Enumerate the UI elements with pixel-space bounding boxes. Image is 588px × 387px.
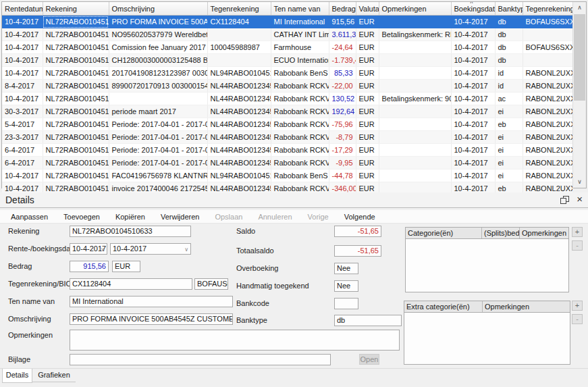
- bankcode-field[interactable]: [334, 298, 358, 309]
- table-cell[interactable]: Rabobank RCKV: [271, 105, 329, 118]
- table-cell[interactable]: BOFAUS6SXXX: [523, 41, 572, 54]
- overboeking-field[interactable]: Nee: [334, 263, 358, 274]
- table-cell[interactable]: NO956020537979 Wereldbetaling...: [109, 28, 207, 41]
- table-cell[interactable]: NL72RABO0104510633: [43, 41, 109, 54]
- table-row[interactable]: 30-3-2017NL72RABO0104510633periode maart…: [2, 105, 572, 118]
- scroll-down-icon[interactable]: ∨: [573, 176, 586, 188]
- table-cell[interactable]: [379, 157, 451, 170]
- table-cell[interactable]: 10-4-2017: [2, 41, 43, 54]
- table-cell[interactable]: db: [495, 28, 523, 41]
- table-cell[interactable]: NL44RABO0123456789: [207, 80, 271, 93]
- table-cell[interactable]: Periode: 2017-04-01 - 2017-07-01: [109, 118, 207, 131]
- omschrijving-field[interactable]: PRO FORMA INVOICE 500AB4545Z CUSTOMER NO…: [70, 313, 233, 325]
- table-cell[interactable]: 10-4-2017: [2, 54, 43, 67]
- rekening-field[interactable]: NL72RABO0104510633: [70, 226, 191, 237]
- extra-opmerkingen-col-header[interactable]: Opmerkingen: [483, 301, 570, 312]
- table-cell[interactable]: db: [495, 41, 523, 54]
- table-cell[interactable]: -8,79: [329, 131, 356, 144]
- table-cell[interactable]: PRO FORMA INVOICE 500AB4545...: [109, 16, 207, 28]
- table-cell[interactable]: [207, 28, 271, 41]
- table-cell[interactable]: EUR: [356, 28, 379, 41]
- table-row[interactable]: 10-4-2017NL72RABO0104510633FAC0419675697…: [2, 170, 572, 182]
- table-cell[interactable]: 6-4-2017: [2, 144, 43, 157]
- table-cell[interactable]: 10-4-2017: [451, 80, 495, 93]
- table-cell[interactable]: 10-4-2017: [451, 93, 495, 105]
- table-cell[interactable]: 10-4-2017: [451, 28, 495, 41]
- table-cell[interactable]: 10-4-2017: [2, 16, 43, 28]
- boekingsdatum-dropdown[interactable]: 10-4-2017∨: [110, 243, 191, 255]
- table-cell[interactable]: Betalingskenmerk: RE0...: [379, 28, 451, 41]
- table-row[interactable]: 8-4-2017NL72RABO010451063389900720170913…: [2, 80, 572, 93]
- table-cell[interactable]: RABONL2UXXX: [523, 170, 572, 182]
- table-cell[interactable]: Betalingskenmerk: 900...: [379, 93, 451, 105]
- table-cell[interactable]: NL72RABO0104510633: [43, 170, 109, 182]
- table-cell[interactable]: 10-4-2017: [451, 170, 495, 182]
- add-category-button[interactable]: +: [572, 227, 583, 237]
- table-cell[interactable]: -22,00: [329, 80, 356, 93]
- table-cell[interactable]: EUR: [356, 105, 379, 118]
- table-cell[interactable]: RABONL2UXXX: [523, 144, 572, 157]
- table-cell[interactable]: FAC04196756978 KLANTNR 229900: [109, 170, 207, 182]
- table-cell[interactable]: 2017041908123123987 0030001...: [109, 67, 207, 80]
- table-cell[interactable]: 10-4-2017: [2, 28, 43, 41]
- table-cell[interactable]: EUR: [356, 93, 379, 105]
- vertical-scrollbar[interactable]: ∧ ∨: [572, 2, 586, 188]
- table-cell[interactable]: -44,78: [329, 170, 356, 182]
- table-cell[interactable]: 30-3-2017: [2, 105, 43, 118]
- table-cell[interactable]: NL44RABO0123456789: [207, 131, 271, 144]
- table-cell[interactable]: 10-4-2017: [451, 118, 495, 131]
- column-header-valuta[interactable]: Valuta: [356, 2, 379, 16]
- table-cell[interactable]: [379, 41, 451, 54]
- table-cell[interactable]: ei: [495, 131, 523, 144]
- table-cell[interactable]: 10-4-2017: [451, 41, 495, 54]
- table-cell[interactable]: 10-4-2017: [451, 105, 495, 118]
- table-cell[interactable]: id: [495, 67, 523, 80]
- column-header-tegenrekening[interactable]: Tegenrekening: [523, 2, 572, 16]
- table-cell[interactable]: RABONL2UXXX: [523, 80, 572, 93]
- toolbar-aanpassen-button[interactable]: Aanpassen: [11, 213, 48, 221]
- opmerkingen-field[interactable]: [70, 330, 400, 351]
- table-cell[interactable]: EUR: [356, 41, 379, 54]
- table-cell[interactable]: 10-4-2017: [2, 93, 43, 105]
- table-cell[interactable]: Periode: 2017-04-01 - 2017-05-01: [109, 157, 207, 170]
- remove-extra-category-button[interactable]: -: [572, 314, 583, 324]
- table-cell[interactable]: 10-4-2017: [451, 157, 495, 170]
- table-cell[interactable]: Periode: 2017-04-01 - 2017-05-01: [109, 131, 207, 144]
- table-cell[interactable]: NL72RABO0104510633: [43, 105, 109, 118]
- table-cell[interactable]: NL44RABO0123456789: [207, 157, 271, 170]
- table-cell[interactable]: NL72RABO0104510633: [43, 93, 109, 105]
- table-cell[interactable]: RABONL2UXXX: [523, 93, 572, 105]
- table-cell[interactable]: ac: [495, 93, 523, 105]
- table-cell[interactable]: Rabobank RCKV: [271, 80, 329, 93]
- toolbar-toevoegen-button[interactable]: Toevoegen: [63, 213, 100, 221]
- table-cell[interactable]: NL94RABO0104510625: [207, 67, 271, 80]
- table-cell[interactable]: 10-4-2017: [451, 16, 495, 28]
- table-cell[interactable]: RABONL2UXXX: [523, 157, 572, 170]
- table-row[interactable]: 10-4-2017NL72RABO0104510633NO95602053797…: [2, 28, 572, 41]
- table-cell[interactable]: -75,96: [329, 118, 356, 131]
- table-cell[interactable]: EUR: [356, 157, 379, 170]
- table-cell[interactable]: CATHAY INT Limited: [271, 28, 329, 41]
- table-cell[interactable]: NL44RABO0123456789: [207, 118, 271, 131]
- handmatig-toegekend-field[interactable]: Nee: [334, 280, 358, 292]
- table-cell[interactable]: -24,64: [329, 41, 356, 54]
- opmerkingen-col-header[interactable]: Opmerkingen: [520, 228, 568, 238]
- table-row[interactable]: 5-4-2017NL72RABO0104510633Periode: 2017-…: [2, 118, 572, 131]
- table-cell[interactable]: [379, 105, 451, 118]
- column-header-bedrag[interactable]: Bedrag: [329, 2, 356, 16]
- add-extra-category-button[interactable]: +: [572, 301, 583, 311]
- table-cell[interactable]: NL72RABO0104510633: [43, 157, 109, 170]
- table-cell[interactable]: EUR: [356, 131, 379, 144]
- table-cell[interactable]: id: [495, 80, 523, 93]
- table-row[interactable]: 10-4-2017NL72RABO0104510633PRO FORMA INV…: [2, 16, 572, 28]
- table-cell[interactable]: NL72RABO0104510633: [43, 28, 109, 41]
- table-cell[interactable]: EUR: [356, 170, 379, 182]
- table-cell[interactable]: ei: [495, 170, 523, 182]
- table-cell[interactable]: [523, 28, 572, 41]
- table-cell[interactable]: RABONL2UXXX: [523, 131, 572, 144]
- column-header-boekingsdatum[interactable]: Boekingsdatum∧: [451, 2, 495, 16]
- table-cell[interactable]: 3.611,38: [329, 28, 356, 41]
- tegenrekening-field[interactable]: CX1128404: [70, 278, 192, 290]
- table-cell[interactable]: 915,56: [329, 16, 356, 28]
- table-cell[interactable]: EUR: [356, 144, 379, 157]
